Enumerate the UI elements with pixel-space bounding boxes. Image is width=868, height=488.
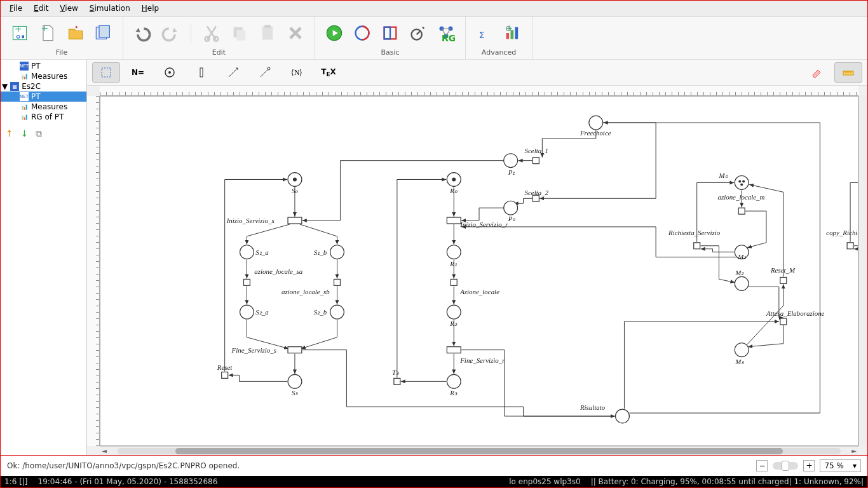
svg-point-38 (293, 177, 297, 181)
move-up-icon[interactable]: ↑ (6, 128, 13, 139)
rg-icon[interactable]: RG (436, 23, 456, 43)
svg-point-42 (330, 305, 344, 319)
bounds-icon[interactable] (380, 23, 400, 43)
menu-simulation[interactable]: Simulation (85, 2, 135, 15)
svg-text:azione_locale_m: azione_locale_m (717, 193, 764, 201)
ruler-horizontal (100, 86, 858, 96)
menu-help[interactable]: Help (137, 2, 164, 15)
svg-point-39 (240, 245, 254, 259)
open-icon[interactable] (65, 23, 86, 43)
editor: N= ⟨N⟩ TEX Freechoic (87, 60, 867, 455)
svg-text:Inizio_Servizio_r: Inizio_Servizio_r (459, 220, 508, 228)
tex-tool[interactable]: TEX (315, 62, 342, 83)
undo-icon[interactable] (132, 23, 153, 43)
chevron-down-icon: ▾ (853, 461, 857, 470)
svg-rect-6 (99, 25, 109, 37)
svg-text:P₁: P₁ (508, 168, 515, 176)
measure-icon[interactable] (408, 23, 428, 43)
tree-measures-2[interactable]: 📊Measures (1, 102, 86, 112)
svg-point-45 (452, 177, 456, 181)
ruler-vertical (87, 96, 100, 446)
svg-text:Attesa_Elaborazione: Attesa_Elaborazione (766, 309, 825, 317)
svg-point-41 (240, 305, 254, 319)
svg-rect-74 (394, 378, 400, 384)
drawing-toolbar: N= ⟨N⟩ TEX (87, 60, 867, 86)
svg-point-40 (330, 245, 344, 259)
sidebar-actions: ↑ ↓ ⧉ (1, 122, 86, 146)
cut-icon[interactable] (201, 23, 222, 43)
play-icon[interactable] (324, 23, 344, 43)
svg-rect-12 (264, 25, 270, 28)
place-tool[interactable] (156, 62, 184, 83)
paste-icon[interactable] (257, 23, 278, 43)
svg-text:Azione_locale: Azione_locale (459, 288, 499, 295)
delete-icon[interactable] (285, 23, 306, 43)
svg-text:Freechoice: Freechoice (580, 129, 611, 137)
svg-point-54 (735, 276, 749, 290)
move-down-icon[interactable]: ↓ (21, 128, 29, 139)
scrollbar-horizontal[interactable]: ◄ ► (100, 446, 858, 455)
zoom-in-button[interactable]: + (803, 460, 815, 471)
svg-rect-70 (222, 372, 228, 378)
tree-pt-2[interactable]: NETPT (1, 92, 86, 102)
eraser-icon[interactable] (803, 62, 831, 83)
toolbar-group-edit-label: Edit (212, 48, 226, 57)
angle-n-tool[interactable]: ⟨N⟩ (283, 62, 311, 83)
tree-rg[interactable]: 📊RG of PT (1, 112, 86, 122)
svg-rect-73 (447, 347, 461, 353)
advanced-chart-icon[interactable]: + (503, 23, 523, 43)
zoom-combo[interactable]: 75 %▾ (820, 459, 861, 472)
menu-file[interactable]: FFileile (4, 2, 27, 15)
zoom-slider[interactable] (773, 462, 798, 470)
canvas[interactable]: FreechoiceP₁P₀S₀S₁_aS₁_bS₂_aS₂_bS₃R₀R₁R₂… (100, 96, 858, 446)
svg-point-34 (589, 116, 603, 130)
svg-text:+: + (41, 24, 49, 33)
svg-point-50 (738, 180, 741, 182)
menu-view[interactable]: View (55, 2, 83, 15)
svg-point-32 (268, 67, 270, 70)
svg-text:P₀: P₀ (508, 215, 516, 222)
token-game-icon[interactable] (352, 23, 372, 43)
svg-point-43 (288, 374, 302, 388)
menu-edit[interactable]: Edit (29, 2, 53, 15)
svg-point-48 (447, 374, 461, 388)
taskbar-clock: 19:04:46 - (Fri 01 May, 05.2020) - 15883… (38, 477, 218, 486)
zoom-out-button[interactable]: − (756, 460, 768, 471)
taskbar-workspace: 1:6 [|] (4, 477, 28, 486)
svg-rect-28 (102, 68, 111, 77)
tree-es2c[interactable]: ▼▦Es2C (1, 81, 86, 92)
select-tool[interactable] (92, 62, 120, 83)
tree-pt-1[interactable]: NETPT (1, 61, 86, 71)
inhibitor-tool[interactable] (251, 62, 279, 83)
project-icon: ▦ (10, 82, 19, 91)
chart-icon: 📊 (20, 112, 29, 121)
svg-text:S₂_b: S₂_b (314, 308, 327, 316)
redo-icon[interactable] (160, 23, 180, 43)
taskbar-net: lo enp0s25 wlp3s0 (509, 477, 580, 486)
neq-tool[interactable]: N= (124, 62, 152, 83)
transition-tool[interactable] (187, 62, 215, 83)
svg-text:copy_Richiesta_Servizio: copy_Richiesta_Servizio (826, 229, 858, 236)
project-tree: NETPT 📊Measures ▼▦Es2C NETPT 📊Measures 📊… (1, 60, 86, 122)
svg-point-47 (447, 305, 461, 319)
save-all-icon[interactable] (93, 23, 114, 43)
net-icon: NET (20, 92, 29, 101)
scroll-left-icon[interactable]: ◄ (100, 447, 109, 454)
arc-tool[interactable] (219, 62, 247, 83)
tree-measures-1[interactable]: 📊Measures (1, 71, 86, 81)
sigma-icon[interactable]: Σ (475, 23, 495, 43)
svg-point-36 (504, 201, 518, 215)
new-net-icon[interactable]: + (10, 23, 30, 43)
duplicate-icon[interactable]: ⧉ (36, 128, 42, 139)
svg-point-30 (168, 71, 171, 74)
svg-text:Reset_M: Reset_M (770, 266, 796, 274)
scrollbar-vertical[interactable] (858, 96, 867, 446)
copy-icon[interactable] (229, 23, 250, 43)
scroll-right-icon[interactable]: ► (850, 447, 858, 454)
ruler-toggle-icon[interactable] (834, 62, 862, 83)
svg-text:Fine_Servizio_r: Fine_Servizio_r (459, 356, 505, 364)
svg-rect-25 (515, 27, 519, 39)
svg-text:azione_locale_sb: azione_locale_sb (281, 288, 330, 295)
new-page-icon[interactable]: + (37, 23, 58, 43)
svg-rect-76 (694, 243, 700, 249)
